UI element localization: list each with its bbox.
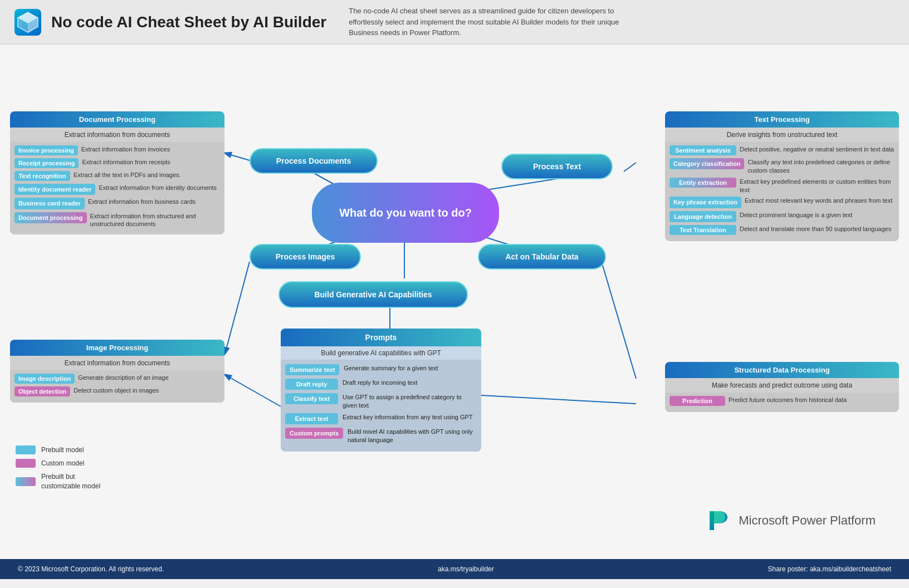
custom-prompts-tag: Custom prompts [285,428,343,439]
list-item: Language detection Detect prominent lang… [669,211,895,222]
ms-power-platform-name: Microsoft Power Platform [739,513,876,528]
list-item: Object detection Detect custom object in… [14,386,220,396]
doc-processing-subtitle: Extract information from documents [10,128,224,142]
list-item: Custom prompts Build novel AI capabiliti… [285,428,477,444]
svg-line-15 [481,395,636,404]
process-images-oval[interactable]: Process Images [250,244,361,270]
prediction-desc: Predict future outcomes from historical … [729,396,847,404]
image-processing-subtitle: Extract information from documents [10,356,224,370]
doc-processing-header: Document Processing [10,111,224,128]
list-item: Draft reply Draft reply for incoming tex… [285,379,477,390]
page-header: No code AI Cheat Sheet by AI Builder The… [0,0,909,45]
text-trans-tag: Text Translation [669,225,736,235]
legend-label-custom: Custom model [41,459,84,467]
entity-ext-desc: Extract key predefined elements or custo… [740,178,895,194]
sentiment-desc: Detect positive, negative or neutral sen… [740,145,894,154]
doc-processing-desc: Extract information from structured and … [90,212,220,229]
list-item: Business card reader Extract information… [14,198,220,209]
list-item: Sentiment analysis Detect positive, nega… [669,145,895,155]
image-desc-text: Generate description of an image [78,374,169,382]
process-text-oval[interactable]: Process Text [501,154,613,179]
list-item: Prediction Predict future outcomes from … [669,396,895,406]
legend-label-prebuilt-custom: Prebuilt but customizable model [41,472,108,491]
text-processing-body: Sentiment analysis Detect positive, nega… [665,142,899,241]
extract-text-tag: Extract text [285,413,338,424]
doc-processing-tag: Document processing [14,212,87,223]
invoice-processing-tag: Invoice processing [14,145,78,155]
legend-item-prebuilt-custom: Prebuilt but customizable model [16,472,108,491]
legend-item-custom: Custom model [16,459,108,468]
text-trans-desc: Detect and translate more than 90 suppor… [740,225,891,233]
list-item: Image description Generate description o… [14,374,220,384]
legend-label-prebuilt: Prebuilt model [41,446,84,454]
receipt-processing-tag: Receipt processing [14,158,79,168]
footer-url: aka.ms/tryaibuilder [438,565,494,573]
image-processing-body: Image description Generate description o… [10,370,224,403]
summarize-tag: Summarize text [285,364,339,375]
ms-power-platform-logo: Microsoft Power Platform [704,507,876,535]
prompts-body: Summarize text Generate summary for a gi… [281,360,481,452]
category-class-desc: Classify any text into predefined catego… [747,158,895,175]
sentiment-tag: Sentiment analysis [669,145,736,155]
object-detection-text: Detect custom object in images [74,386,159,395]
list-item: Receipt processing Extract information f… [14,158,220,168]
category-class-tag: Category classification [669,158,744,169]
legend-color-gradient [16,477,36,486]
list-item: Identity document reader Extract informa… [14,184,220,195]
footer-copyright: © 2023 Microsoft Corporation. All rights… [18,565,164,573]
document-processing-box: Document Processing Extract information … [10,111,224,234]
invoice-processing-desc: Extract information from invoices [81,145,170,154]
structured-data-subtitle: Make forecasts and predict outcome using… [665,378,899,393]
footer-share: Share poster: aka.ms/aibuildercheatsheet [768,565,891,573]
entity-ext-tag: Entity extraction [669,178,736,188]
text-recognition-desc: Extract all the text in PDFs and images. [74,171,181,179]
lang-detect-desc: Detect prominent language is a given tex… [740,211,852,219]
page-footer: © 2023 Microsoft Corporation. All rights… [0,559,909,579]
svg-line-12 [602,262,636,379]
list-item: Entity extraction Extract key predefined… [669,178,895,194]
key-phrase-tag: Key phrase extraction [669,197,741,208]
prediction-tag: Prediction [669,396,725,406]
list-item: Text Translation Detect and translate mo… [669,225,895,235]
list-item: Text recognition Extract all the text in… [14,171,220,181]
text-processing-box: Text Processing Derive insights from uns… [665,111,899,241]
object-detection-tag: Object detection [14,386,70,396]
main-content: Document Processing Extract information … [0,45,909,579]
svg-line-10 [624,163,636,171]
prompts-header: Prompts [281,329,481,346]
process-documents-oval[interactable]: Process Documents [250,148,378,174]
act-tabular-oval[interactable]: Act on Tabular Data [478,244,606,270]
build-generative-oval[interactable]: Build Generative AI Capabilities [278,281,468,308]
text-processing-subtitle: Derive insights from unstructured text [665,128,899,142]
business-card-desc: Extract information from business cards [88,198,196,206]
structured-data-header: Structured Data Processing [665,362,899,378]
power-platform-icon [704,507,732,535]
page-title: No code AI Cheat Sheet by AI Builder [51,13,326,31]
svg-line-11 [225,262,250,354]
main-question-oval: What do you want to do? [312,183,499,243]
business-card-tag: Business card reader [14,198,85,209]
header-description: The no-code AI cheat sheet serves as a s… [349,6,638,38]
legend: Prebuilt model Custom model Prebuilt but… [16,445,108,496]
list-item: Summarize text Generate summary for a gi… [285,364,477,375]
identity-doc-desc: Extract information from identity docume… [99,184,217,192]
classify-text-tag: Classify text [285,393,338,404]
text-recognition-tag: Text recognition [14,171,70,181]
svg-line-9 [225,153,250,160]
image-processing-box: Image Processing Extract information fro… [10,340,224,403]
legend-color-pink [16,459,36,468]
prompts-box: Prompts Build generative AI capabilities… [281,329,481,452]
logo-icon [13,8,42,37]
key-phrase-desc: Extract most relevant key words and phra… [745,197,892,205]
custom-prompts-desc: Build novel AI capabilities with GPT usi… [348,428,477,444]
legend-item-prebuilt: Prebuilt model [16,445,108,454]
list-item: Category classification Classify any tex… [669,158,895,175]
structured-data-box: Structured Data Processing Make forecast… [665,362,899,412]
list-item: Classify text Use GPT to assign a predef… [285,393,477,410]
list-item: Key phrase extraction Extract most relev… [669,197,895,208]
list-item: Document processing Extract information … [14,212,220,229]
list-item: Invoice processing Extract information f… [14,145,220,155]
text-processing-header: Text Processing [665,111,899,128]
summarize-desc: Generate summary for a given text [344,364,438,373]
image-processing-header: Image Processing [10,340,224,356]
